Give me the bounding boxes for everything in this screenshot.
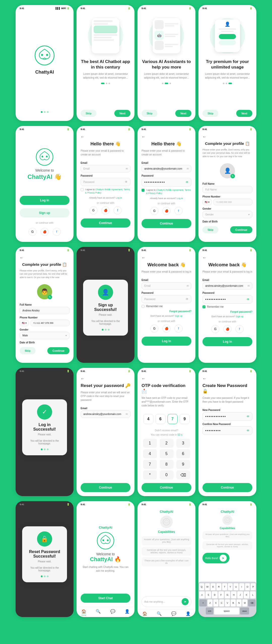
profile-nav[interactable]: 👤 (125, 609, 130, 616)
password-input[interactable]: •••••••••••• 👁 (142, 178, 191, 186)
key-t[interactable]: T (222, 583, 227, 590)
key-3[interactable]: 3 (176, 439, 190, 448)
symbols-key[interactable]: 123 (206, 607, 213, 615)
signup-link[interactable]: Sign up (236, 315, 244, 318)
back-button[interactable]: ← (81, 135, 85, 139)
key-k[interactable]: K (244, 591, 249, 598)
send-button[interactable]: ➤ (220, 555, 227, 562)
key-p[interactable]: P (251, 583, 256, 590)
key-del[interactable]: ⌫ (176, 470, 190, 479)
gender-select[interactable]: Male ▾ (20, 332, 70, 339)
key-z[interactable]: Z (208, 599, 213, 606)
key-q[interactable]: Q (199, 583, 204, 590)
key-1[interactable]: 1 (143, 439, 157, 448)
home-nav[interactable]: 🏠Home (81, 609, 86, 616)
key-v[interactable]: V (225, 599, 230, 606)
signup-button[interactable]: Sign up (20, 208, 70, 217)
skip-button[interactable]: Skip (202, 226, 218, 233)
fullname-input[interactable]: Andrew Ainsley (20, 307, 70, 314)
back-button[interactable]: ← (142, 376, 146, 381)
login-button[interactable]: Log in (202, 337, 252, 346)
google-btn[interactable]: G (150, 207, 158, 215)
fullname-input[interactable]: Full Name (202, 186, 252, 193)
key-g[interactable]: G (225, 591, 230, 598)
skip-button[interactable]: Skip (81, 110, 96, 117)
back-button[interactable]: ← (20, 255, 24, 260)
phone-input[interactable]: +1 111 467 378 399 (30, 320, 70, 326)
email-input[interactable]: Email ✉ (81, 165, 130, 172)
home-nav[interactable]: 🏠 (142, 611, 147, 616)
key-w[interactable]: W (205, 583, 210, 590)
shift-key[interactable]: ⇧ (199, 599, 207, 606)
delete-key[interactable]: ⌫ (248, 599, 256, 606)
key-star[interactable]: * (143, 470, 157, 479)
facebook-btn[interactable]: f (114, 206, 122, 214)
password-input[interactable]: Password 👁 (142, 295, 191, 303)
key-0[interactable]: 0 (160, 470, 174, 479)
key-f[interactable]: F (218, 591, 224, 598)
checkbox[interactable] (81, 188, 84, 191)
continue-button[interactable]: Continue (230, 226, 252, 233)
key-7[interactable]: 7 (143, 460, 157, 469)
facebook-btn[interactable]: f (175, 207, 183, 215)
apple-button[interactable]: 🍎 (41, 228, 49, 236)
forgot-password-link[interactable]: Forgot password? (142, 310, 191, 313)
key-a[interactable]: A (199, 591, 205, 598)
continue-button[interactable]: Continue (142, 219, 191, 228)
key-4[interactable]: 4 (143, 449, 157, 458)
explore-nav[interactable]: 🔍 (96, 609, 101, 616)
login-link[interactable]: Log in (116, 197, 122, 199)
apple-btn[interactable]: 🍎 (162, 207, 171, 215)
back-button[interactable]: ← (202, 376, 207, 381)
skip-button[interactable]: Skip (142, 110, 157, 117)
google-button[interactable]: G (28, 228, 37, 236)
google-btn[interactable]: G (211, 325, 219, 333)
continue-button[interactable]: Continue (202, 483, 252, 492)
checkbox[interactable]: ✓ (142, 189, 145, 192)
back-button[interactable]: ← (142, 255, 146, 260)
password-input[interactable]: Password 👁 (81, 178, 130, 186)
key-y[interactable]: Y (228, 583, 233, 590)
email-input[interactable]: andrew.ainsley@yourdomain.com ✉ (81, 410, 130, 418)
key-d[interactable]: D (212, 591, 217, 598)
google-btn[interactable]: G (150, 325, 158, 333)
phone-input[interactable]: +1 000 000 000 (213, 199, 252, 205)
email-input[interactable]: andrew.ainsley@yourdomain.com ✉ (202, 282, 252, 289)
otp-box-1[interactable]: 4 (143, 414, 153, 424)
continue-button[interactable]: Continue (142, 483, 191, 492)
otp-box-3[interactable]: 7 (167, 414, 178, 424)
apple-btn[interactable]: 🍎 (223, 325, 231, 333)
next-button[interactable]: Next (175, 110, 191, 117)
key-h[interactable]: H (231, 591, 236, 598)
key-l[interactable]: L (250, 591, 256, 598)
avatar-upload[interactable]: 👤 ✎ (220, 163, 235, 178)
key-i[interactable]: I (239, 583, 244, 590)
key-o[interactable]: O (245, 583, 250, 590)
key-9[interactable]: 9 (176, 460, 190, 469)
key-8[interactable]: 8 (160, 460, 174, 469)
key-b[interactable]: B (231, 599, 236, 606)
key-c[interactable]: C (219, 599, 224, 606)
signup-link[interactable]: Sign up (175, 315, 183, 317)
key-m[interactable]: M (242, 599, 247, 606)
otp-box-2[interactable]: 6 (155, 414, 165, 424)
explore-nav[interactable]: 🔍 (157, 611, 162, 616)
confirm-pass-input[interactable]: ••••••••• 👁 (202, 426, 252, 435)
send-button[interactable]: ➤ (182, 598, 189, 605)
apple-btn[interactable]: 🍎 (101, 206, 110, 214)
avatar-edit-button[interactable]: ✎ (230, 174, 235, 178)
country-select[interactable]: 🇺🇸 ▾ (20, 320, 29, 326)
key-5[interactable]: 5 (160, 449, 174, 458)
facebook-btn[interactable]: f (235, 325, 244, 333)
google-btn[interactable]: G (89, 206, 97, 214)
key-s[interactable]: S (206, 591, 211, 598)
login-button[interactable]: Log in (142, 337, 191, 346)
key-2[interactable]: 2 (160, 439, 174, 448)
continue-button[interactable]: Continue (81, 483, 130, 492)
forgot-password-link[interactable]: Forgot password? (202, 310, 252, 313)
country-select[interactable]: 🇺🇸 ▾ (202, 199, 212, 205)
continue-button[interactable]: Continue (47, 347, 70, 354)
new-pass-input[interactable]: •••••••••••• 👁 (202, 412, 252, 421)
timer[interactable]: 53 s (178, 433, 182, 436)
next-button[interactable]: Next (114, 110, 130, 117)
